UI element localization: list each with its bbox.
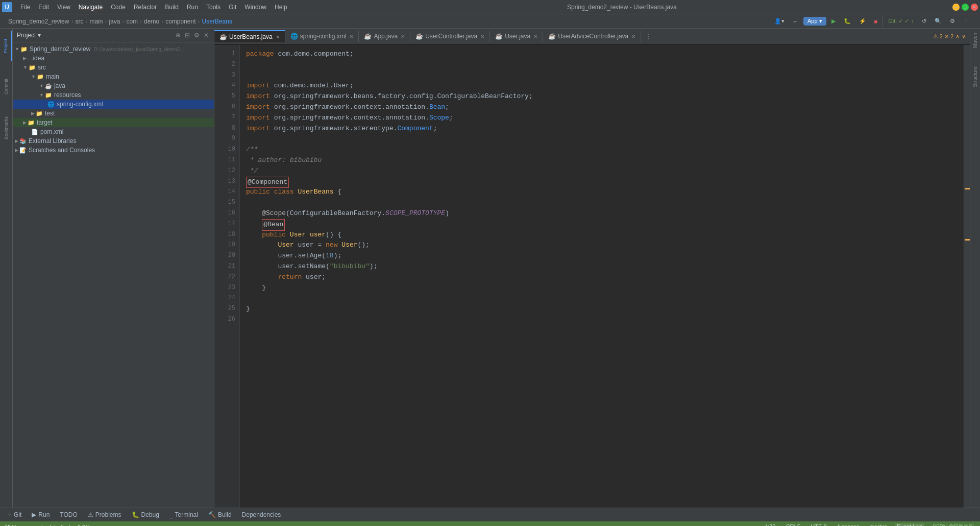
breadcrumb-component[interactable]: component [165,18,195,25]
tab-userbeans-close[interactable]: ✕ [276,34,280,40]
tree-item-scratches[interactable]: ▶ 📝 Scratches and Consoles [13,146,214,155]
ln-4: 4 [216,81,235,91]
bottom-tab-todo[interactable]: TODO [56,510,81,519]
app-config-btn[interactable]: App ▾ [803,17,826,26]
undo-btn[interactable]: ↺ [919,17,929,26]
maximize-button[interactable]: □ [962,4,969,11]
tab-app-close[interactable]: ✕ [401,34,405,39]
warnings-collapse[interactable]: ∨ [962,33,966,40]
menu-help[interactable]: Help [271,3,291,12]
tab-useradvice-close[interactable]: ✕ [631,34,635,39]
tab-useradvice[interactable]: ☕ UserAdviceController.java ✕ [543,31,641,42]
tab-spring-config-close[interactable]: ✕ [349,34,353,39]
tree-test-label: test [45,110,55,117]
bottom-tab-run[interactable]: ▶ Run [28,510,54,519]
tree-item-resources[interactable]: ▼ 📁 resources [13,90,214,100]
code-content[interactable]: package com.demo.component; import com.d… [240,45,964,508]
stop-btn[interactable]: ■ [871,17,881,26]
bottom-tab-build[interactable]: 🔨 Build [204,510,236,519]
maven-panel-tab[interactable]: Maven [970,29,980,52]
tree-settings-btn[interactable]: ⚙ [193,31,201,40]
status-event-log[interactable]: Event Log [895,523,924,526]
menu-navigate[interactable]: Navigate [75,3,107,12]
breadcrumb-file[interactable]: UserBeans [202,18,232,25]
coverage-btn[interactable]: ⚡ [856,17,869,26]
breadcrumb-demo[interactable]: demo [144,18,159,25]
status-charset[interactable]: UTF-8 [808,523,828,526]
tab-usercontroller[interactable]: ☕ UserController.java ✕ [410,31,490,42]
code-line-13: @Component [246,177,958,187]
tab-user-close[interactable]: ✕ [533,34,537,39]
tree-item-spring-config[interactable]: 🌐 spring-config.xml [13,100,214,109]
tab-usercontroller-label: UserController.java [425,33,477,40]
run-icon: ▶ [32,511,36,518]
run-btn[interactable]: ▶ [828,17,839,26]
tree-add-btn[interactable]: ⊕ [175,31,182,40]
menu-build[interactable]: Build [161,3,183,12]
menu-tools[interactable]: Tools [202,3,225,12]
menu-run[interactable]: Run [183,3,202,12]
tab-spring-config[interactable]: 🌐 spring-config.xml ✕ [285,31,359,42]
tree-item-test[interactable]: ▶ 📁 test [13,109,214,118]
profile-btn[interactable]: 👤▾ [771,17,788,26]
tab-useradvice-icon: ☕ [548,33,556,40]
tree-collapse-btn[interactable]: ⊟ [184,31,191,40]
sidebar-commit-icon[interactable]: Commit [1,71,12,102]
tree-item-idea[interactable]: ▶ . .idea [13,54,214,63]
debug-btn[interactable]: 🐛 [841,17,854,26]
menu-file[interactable]: File [16,3,34,12]
tab-app-label: App.java [374,33,398,40]
structure-panel-tab[interactable]: Structure [970,62,980,91]
tree-item-project[interactable]: ▼ 📁 Spring_demo2_review D:\Java\code\tes… [13,44,214,54]
code-line-3 [246,70,958,81]
more-btn[interactable]: ⋮ [960,17,972,26]
tab-usercontroller-close[interactable]: ✕ [480,34,484,39]
close-button[interactable]: ✕ [971,4,978,11]
warnings-expand[interactable]: ∧ [955,33,960,40]
sidebar-bookmarks-icon[interactable]: Bookmarks [1,112,12,143]
bottom-tab-problems-label: Problems [95,511,121,518]
sidebar-project-icon[interactable]: Project [1,31,12,61]
tab-useradvice-label: UserAdviceController.java [558,33,628,40]
tree-item-target[interactable]: ▶ 📁 target [13,118,214,127]
tab-more-btn[interactable]: ⋮ [641,31,655,42]
tab-user[interactable]: ☕ User.java ✕ [490,31,543,42]
status-git-branch[interactable]: master [868,523,889,526]
right-side-panel: Maven Structure [970,29,980,508]
bottom-tab-terminal[interactable]: _ Terminal [165,510,202,519]
search-btn[interactable]: 🔍 [932,17,945,26]
minimize-button[interactable]: ─ [952,4,960,11]
breadcrumb-com[interactable]: com [126,18,138,25]
menu-code[interactable]: Code [107,3,130,12]
tree-item-src[interactable]: ▼ 📁 src [13,63,214,72]
tab-userbeans[interactable]: ☕ UserBeans.java ✕ [214,30,285,42]
tab-app[interactable]: ☕ App.java ✕ [359,31,410,42]
tree-item-java[interactable]: ▼ ☕ java [13,81,214,90]
status-line-ending[interactable]: CRLF [784,523,803,526]
breadcrumb-java[interactable]: java [109,18,120,25]
menu-edit[interactable]: Edit [34,3,53,12]
code-editor: 1 2 3 4 5 6 7 8 9 10 11 12 13 14 15 16 1… [214,45,970,508]
back-btn[interactable]: ← [790,17,801,26]
bottom-tab-debug[interactable]: 🐛 Debug [128,510,163,519]
status-position[interactable]: 4:73 [763,523,777,526]
menu-refactor[interactable]: Refactor [130,3,161,12]
bottom-tab-problems[interactable]: ⚠ Problems [84,510,126,519]
breadcrumb-main[interactable]: main [89,18,103,25]
tree-close-btn[interactable]: ✕ [203,31,210,40]
tree-item-pom[interactable]: 📄 pom.xml [13,127,214,136]
tree-item-main[interactable]: ▼ 📁 main [13,72,214,81]
menu-view[interactable]: View [53,3,75,12]
tree-ext-libs-label: External Libraries [29,137,76,145]
breadcrumb-project[interactable]: Spring_demo2_review [8,18,69,25]
menu-git[interactable]: Git [225,3,240,12]
settings-btn[interactable]: ⚙ [947,17,958,26]
code-line-23: } [246,283,958,294]
status-indent[interactable]: 4 spaces [835,523,862,526]
bottom-tab-git[interactable]: ⑂ Git [4,510,26,519]
tree-item-ext-libs[interactable]: ▶ 📚 External Libraries [13,136,214,146]
menu-window[interactable]: Window [240,3,271,12]
breadcrumb-src[interactable]: src [75,18,83,25]
bottom-tab-dependencies[interactable]: Dependencies [238,510,285,519]
git-status[interactable]: Git: ✓ ✓ ↑ [885,17,917,26]
